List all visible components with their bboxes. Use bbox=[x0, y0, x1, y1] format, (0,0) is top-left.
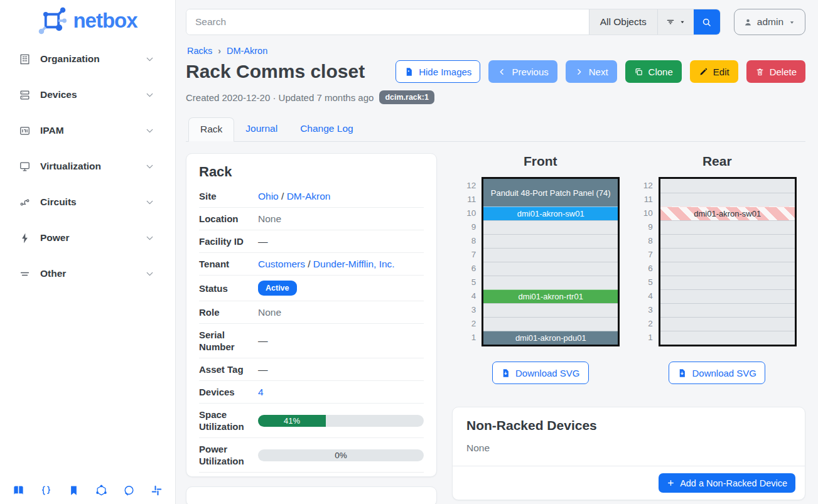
rack-panel-heading: Rack bbox=[199, 164, 424, 180]
value-text: — bbox=[258, 236, 268, 247]
link-customers[interactable]: Customers bbox=[258, 259, 305, 269]
add-non-racked-device-button[interactable]: Add a Non-Racked Device bbox=[659, 473, 795, 493]
graphql-icon[interactable] bbox=[95, 485, 107, 496]
info-value: 41% bbox=[258, 415, 424, 427]
book-icon[interactable] bbox=[13, 485, 24, 496]
github-icon[interactable] bbox=[123, 485, 135, 496]
search-submit-button[interactable] bbox=[694, 9, 720, 35]
bolt-icon bbox=[19, 232, 31, 244]
unit-number: 1 bbox=[461, 331, 476, 345]
sidebar-item-circuits[interactable]: Circuits bbox=[13, 190, 163, 215]
rack-slot-empty[interactable] bbox=[483, 234, 618, 248]
sidebar-item-organization[interactable]: Organization bbox=[13, 46, 163, 72]
breadcrumb-link-dm-akron[interactable]: DM-Akron bbox=[227, 46, 267, 56]
rack-device-dmi01-akron-sw01[interactable]: dmi01-akron-sw01 bbox=[483, 206, 618, 220]
tab-journal[interactable]: Journal bbox=[234, 117, 289, 142]
sidebar-item-power[interactable]: Power bbox=[13, 225, 163, 250]
sidebar-item-other[interactable]: Other bbox=[13, 261, 163, 286]
rack-slot-empty[interactable] bbox=[660, 303, 795, 317]
rack-slot-empty[interactable] bbox=[483, 303, 618, 317]
rack-slot-empty[interactable] bbox=[660, 289, 795, 303]
netbox-logo[interactable]: netbox bbox=[0, 0, 175, 36]
image-file-icon bbox=[404, 67, 414, 77]
user-menu-button[interactable]: admin bbox=[734, 9, 805, 35]
sidebar-item-ipam[interactable]: IPAM bbox=[13, 118, 163, 143]
unit-number: 8 bbox=[638, 234, 653, 248]
braces-icon[interactable] bbox=[40, 485, 52, 496]
progress-fill: 41% bbox=[258, 415, 326, 427]
slack-icon[interactable] bbox=[151, 485, 163, 496]
content-area: Rack SiteOhio / DM-AkronLocationNoneFaci… bbox=[186, 153, 805, 504]
unit-number: 12 bbox=[461, 179, 476, 193]
rack-slot-empty[interactable] bbox=[660, 193, 795, 206]
value-text: / bbox=[305, 259, 313, 269]
info-value: 0% bbox=[258, 449, 424, 461]
unit-number: 2 bbox=[461, 317, 476, 331]
sidebar-item-devices[interactable]: Devices bbox=[13, 82, 163, 107]
device-label: Panduit 48-Port Patch Panel (74) bbox=[491, 188, 611, 198]
rack-slot-empty[interactable] bbox=[483, 220, 618, 234]
link-dunder-mifflin-inc[interactable]: Dunder-Mifflin, Inc. bbox=[313, 259, 395, 269]
sidebar-item-label: Virtualization bbox=[40, 161, 144, 172]
circuits-icon bbox=[19, 196, 31, 208]
rack-slot-empty[interactable] bbox=[660, 317, 795, 331]
meta-row: Created 2020-12-20 · Updated 7 months ag… bbox=[186, 90, 805, 104]
search-input[interactable] bbox=[186, 9, 589, 35]
sidebar-item-label: Devices bbox=[40, 89, 144, 100]
rack-device-dmi01-akron-pdu01[interactable]: dmi01-akron-pdu01 bbox=[483, 331, 618, 345]
sidebar-item-label: Power bbox=[40, 232, 144, 244]
search-icon bbox=[701, 17, 712, 28]
object-type-dropdown[interactable]: All Objects bbox=[589, 9, 657, 35]
unit-number: 5 bbox=[461, 276, 476, 289]
download-svg-button-front[interactable]: Download SVG bbox=[492, 362, 589, 384]
bookmark-icon[interactable] bbox=[68, 485, 80, 496]
non-racked-empty-text: None bbox=[453, 433, 805, 466]
unit-number: 1 bbox=[638, 331, 653, 345]
link-ohio[interactable]: Ohio bbox=[258, 191, 279, 201]
rack-slot-empty[interactable] bbox=[483, 262, 618, 276]
edit-button[interactable]: Edit bbox=[690, 60, 738, 83]
hide-images-button[interactable]: Hide Images bbox=[396, 60, 480, 83]
caret-down-icon bbox=[679, 18, 686, 26]
rack-slot-empty[interactable] bbox=[483, 248, 618, 262]
tab-bar: RackJournalChange Log bbox=[186, 117, 805, 142]
link-4[interactable]: 4 bbox=[258, 387, 264, 397]
sidebar-item-virtualization[interactable]: Virtualization bbox=[13, 154, 163, 179]
clone-button[interactable]: Clone bbox=[625, 60, 682, 83]
tab-rack[interactable]: Rack bbox=[188, 117, 234, 142]
next-button[interactable]: Next bbox=[566, 60, 617, 83]
rack-device-panduit-48-port-patch-panel-74[interactable]: Panduit 48-Port Patch Panel (74) bbox=[483, 179, 618, 206]
tab-change-log[interactable]: Change Log bbox=[289, 117, 364, 142]
ipam-icon bbox=[19, 125, 31, 137]
file-download-icon bbox=[501, 368, 510, 378]
info-label: Serial Number bbox=[199, 329, 258, 353]
info-row-devices: Devices4 bbox=[199, 381, 424, 404]
rack-slot-empty[interactable] bbox=[660, 262, 795, 276]
rack-slot-empty[interactable] bbox=[660, 220, 795, 234]
rack-device-dmi01-akron-sw01[interactable]: dmi01-akron-sw01 bbox=[660, 206, 795, 220]
previous-button[interactable]: Previous bbox=[488, 60, 557, 83]
rack-elevations: Front121110987654321Panduit 48-Port Patc… bbox=[452, 153, 805, 384]
rack-slot-empty[interactable] bbox=[483, 276, 618, 289]
rack-slot-empty[interactable] bbox=[660, 276, 795, 289]
device-label: dmi01-akron-sw01 bbox=[694, 209, 761, 218]
link-dm-akron[interactable]: DM-Akron bbox=[287, 191, 331, 201]
rack-slot-empty[interactable] bbox=[660, 179, 795, 193]
rack-device-dmi01-akron-rtr01[interactable]: dmi01-akron-rtr01 bbox=[483, 289, 618, 303]
rack-slot-empty[interactable] bbox=[660, 331, 795, 345]
pencil-icon bbox=[699, 67, 708, 77]
download-svg-button-rear[interactable]: Download SVG bbox=[669, 362, 765, 384]
search-filter-button[interactable] bbox=[657, 9, 694, 35]
rack-slot-empty[interactable] bbox=[660, 234, 795, 248]
rack-slot-empty[interactable] bbox=[483, 317, 618, 331]
unit-number: 2 bbox=[638, 317, 653, 331]
delete-button[interactable]: Delete bbox=[746, 60, 805, 83]
trash-icon bbox=[755, 67, 765, 77]
rack-slot-empty[interactable] bbox=[660, 248, 795, 262]
breadcrumb-link-racks[interactable]: Racks bbox=[187, 46, 212, 56]
unit-number: 5 bbox=[638, 276, 653, 289]
breadcrumb-separator: › bbox=[218, 46, 221, 56]
info-value: Active bbox=[258, 281, 424, 296]
chevron-down-icon bbox=[144, 269, 155, 279]
filter-icon bbox=[665, 17, 675, 27]
